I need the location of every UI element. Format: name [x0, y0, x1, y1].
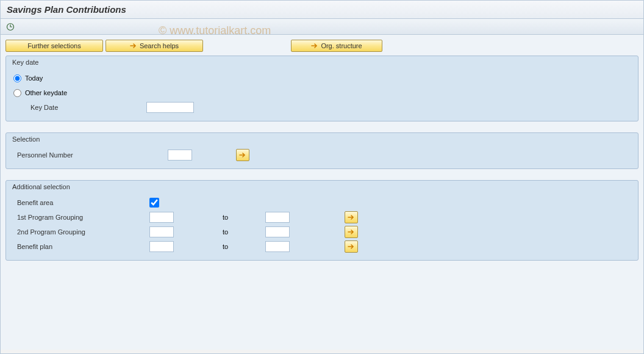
search-helps-button[interactable]: Search helps: [106, 40, 203, 52]
other-keydate-radio-row: Other keydate: [12, 85, 632, 100]
program-grouping-1-multi-button[interactable]: [345, 211, 358, 223]
to-label: to: [216, 214, 265, 221]
main-content: Further selections Search helps Org. str…: [1, 35, 643, 350]
other-keydate-label: Other keydate: [25, 89, 67, 96]
arrow-right-icon: [130, 43, 137, 49]
selection-group: Selection Personnel Number: [5, 132, 639, 169]
benefit-plan-label: Benefit plan: [12, 243, 149, 250]
personnel-number-label: Personnel Number: [12, 151, 168, 159]
program-grouping-2-to-input[interactable]: [265, 226, 290, 237]
benefit-area-row: Benefit area: [12, 195, 632, 210]
key-date-input[interactable]: [146, 102, 194, 113]
app-toolbar: [1, 19, 643, 35]
org-structure-label: Org. structure: [321, 42, 362, 49]
selection-buttons: Further selections Search helps Org. str…: [5, 40, 639, 52]
benefit-plan-to-input[interactable]: [265, 241, 290, 252]
arrow-right-icon: [311, 43, 318, 49]
execute-icon[interactable]: [5, 22, 15, 32]
key-date-group: Key date Today Other keydate Key Date: [5, 56, 639, 121]
personnel-number-row: Personnel Number: [12, 148, 632, 162]
page-title: Savings Plan Contributions: [1, 1, 643, 19]
program-grouping-2-label: 2nd Program Grouping: [12, 228, 149, 236]
benefit-plan-multi-button[interactable]: [345, 240, 358, 253]
additional-selection-group: Additional selection Benefit area 1st Pr…: [5, 180, 639, 261]
personnel-number-input[interactable]: [168, 150, 192, 161]
search-helps-label: Search helps: [140, 42, 179, 49]
today-radio[interactable]: [13, 74, 21, 82]
additional-selection-title: Additional selection: [6, 181, 638, 194]
arrow-right-icon: [239, 152, 246, 158]
arrow-right-icon: [348, 244, 355, 250]
personnel-multi-select-button[interactable]: [236, 149, 249, 161]
other-keydate-radio[interactable]: [13, 89, 21, 97]
program-grouping-1-from-input[interactable]: [149, 212, 174, 223]
today-radio-row: Today: [12, 71, 632, 85]
program-grouping-2-from-input[interactable]: [149, 226, 174, 237]
benefit-plan-from-input[interactable]: [149, 241, 174, 252]
to-label: to: [216, 228, 265, 236]
program-grouping-2-row: 2nd Program Grouping to: [12, 225, 632, 239]
benefit-area-checkbox[interactable]: [149, 198, 159, 208]
to-label: to: [216, 243, 265, 250]
selection-title: Selection: [6, 133, 638, 146]
benefit-plan-row: Benefit plan to: [12, 239, 632, 254]
key-date-field-row: Key Date: [12, 100, 632, 115]
program-grouping-1-label: 1st Program Grouping: [12, 214, 149, 221]
program-grouping-1-to-input[interactable]: [265, 212, 290, 223]
arrow-right-icon: [348, 214, 355, 220]
key-date-label: Key Date: [12, 104, 146, 111]
further-selections-button[interactable]: Further selections: [5, 40, 103, 52]
org-structure-button[interactable]: Org. structure: [291, 40, 382, 52]
benefit-area-label: Benefit area: [12, 199, 149, 206]
program-grouping-2-multi-button[interactable]: [345, 226, 358, 238]
key-date-title: Key date: [6, 56, 638, 70]
arrow-right-icon: [348, 229, 355, 235]
today-label: Today: [25, 74, 43, 82]
program-grouping-1-row: 1st Program Grouping to: [12, 210, 632, 225]
